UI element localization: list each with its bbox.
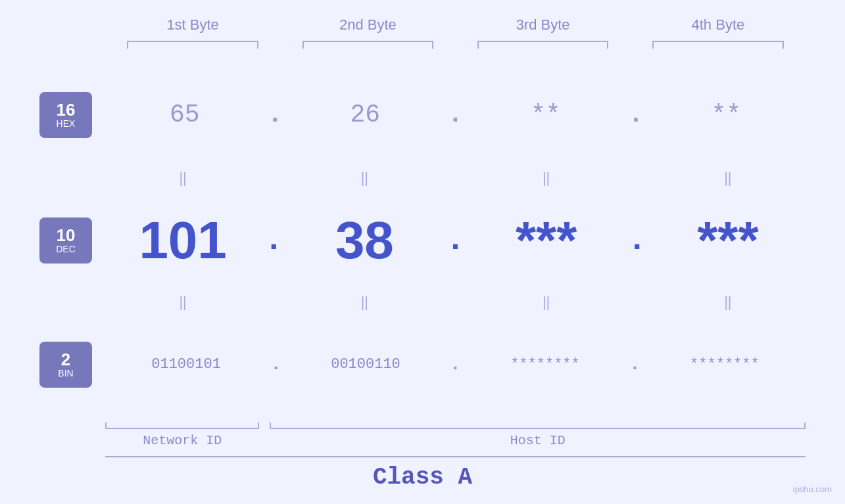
- hex-byte-4: **: [646, 101, 806, 129]
- equals-grid-1: || || || ||: [105, 170, 806, 187]
- host-bracket: [270, 423, 806, 429]
- dec-badge: 10 DEC: [39, 218, 92, 263]
- hex-dot-2: .: [445, 101, 466, 129]
- network-bracket: [105, 423, 259, 429]
- bin-dot-3: .: [626, 354, 644, 375]
- hex-values: 65 . 26 . ** . **: [105, 101, 806, 129]
- dec-byte-4: ***: [650, 210, 806, 271]
- dec-row: 10 DEC 101 . 38 . *** . ***: [39, 187, 806, 293]
- equals-row-2: || || || ||: [39, 293, 806, 311]
- hex-dot-3: .: [625, 101, 647, 129]
- hex-byte-3: **: [466, 101, 625, 129]
- dec-dot-1: .: [260, 221, 287, 259]
- class-label: Class A: [373, 464, 472, 491]
- byte-label-1: 1st Byte: [105, 13, 280, 37]
- dec-byte-1: 101: [105, 210, 260, 271]
- watermark: ipshu.com: [793, 484, 832, 494]
- dec-byte-2: 38: [287, 210, 442, 271]
- equals-row-1: || || || ||: [39, 169, 806, 187]
- bracket-1: [105, 41, 280, 49]
- top-brackets: [105, 41, 806, 49]
- bracket-2: [280, 41, 455, 49]
- class-line: [105, 456, 806, 457]
- byte-label-4: 4th Byte: [631, 13, 806, 37]
- bracket-4: [631, 41, 806, 49]
- dec-dot-3: .: [624, 221, 650, 259]
- main-container: 1st Byte 2nd Byte 3rd Byte 4th Byte 16 H…: [0, 0, 845, 504]
- equals-grid-2: || || || ||: [105, 294, 806, 311]
- bin-byte-4: ********: [644, 356, 806, 373]
- bin-dot-2: .: [447, 354, 464, 375]
- host-id-label: Host ID: [270, 433, 806, 448]
- byte-label-3: 3rd Byte: [456, 13, 631, 37]
- bin-values: 01100101 . 00100110 . ******** . *******…: [105, 354, 806, 375]
- bottom-section: Network ID Host ID Class A: [39, 423, 806, 491]
- network-id-label: Network ID: [105, 433, 259, 448]
- dec-byte-3: ***: [469, 210, 624, 271]
- bin-byte-3: ********: [464, 356, 626, 373]
- bracket-3: [456, 41, 631, 49]
- hex-row: 16 HEX 65 . 26 . ** . **: [39, 62, 806, 168]
- hex-badge: 16 HEX: [39, 92, 92, 138]
- dec-values: 101 . 38 . *** . ***: [105, 210, 806, 271]
- bin-row: 2 BIN 01100101 . 00100110 . ******** . *…: [39, 311, 806, 417]
- hex-byte-2: 26: [285, 101, 445, 129]
- dec-dot-2: .: [442, 221, 468, 259]
- bin-byte-1: 01100101: [105, 356, 267, 373]
- bin-byte-2: 00100110: [285, 356, 447, 373]
- hex-dot-1: .: [264, 101, 286, 129]
- bin-dot-1: .: [267, 354, 285, 375]
- byte-label-2: 2nd Byte: [280, 13, 455, 37]
- bin-badge: 2 BIN: [39, 342, 92, 388]
- hex-byte-1: 65: [105, 101, 264, 129]
